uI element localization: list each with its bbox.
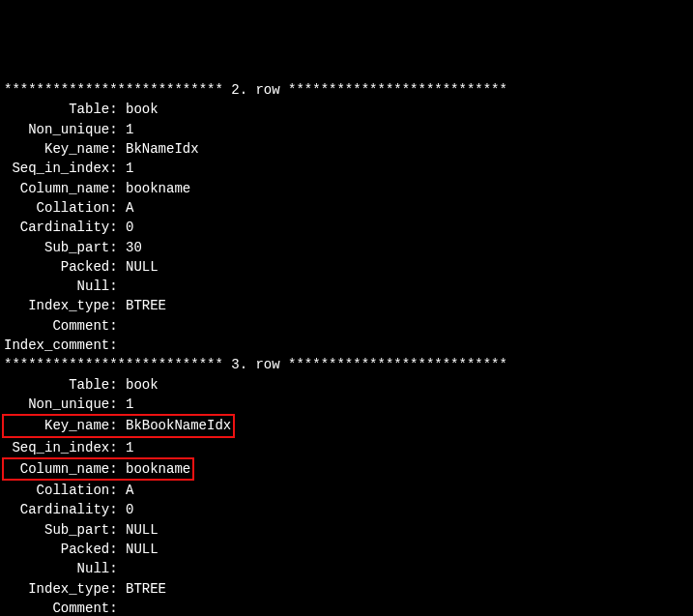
field-separator: : (109, 316, 126, 336)
field-line: Index_type: BTREE (4, 579, 693, 599)
field-label: Key_name (4, 139, 109, 159)
field-separator: : (109, 481, 126, 500)
field-line: Index_type: BTREE (4, 296, 693, 315)
field-separator: : (109, 416, 126, 435)
field-label: Sub_part (4, 238, 109, 257)
field-separator: : (109, 218, 126, 237)
field-line: Non_unique: 1 (4, 120, 693, 139)
field-line: Packed: NULL (4, 257, 693, 277)
field-separator: : (109, 520, 126, 540)
field-line: Cardinality: 0 (4, 500, 693, 519)
field-line: Column_name: bookname (4, 457, 693, 481)
field-value: 1 (126, 120, 133, 139)
field-label: Index_type (4, 296, 109, 315)
field-value: 1 (126, 395, 133, 414)
field-line: Column_name: bookname (4, 179, 693, 198)
field-separator: : (109, 459, 126, 479)
field-separator: : (109, 375, 126, 395)
field-label: Packed (4, 540, 109, 559)
terminal-output: *************************** 2. row *****… (4, 80, 693, 616)
field-separator: : (109, 238, 126, 257)
field-value: book (126, 375, 159, 395)
field-value: 30 (126, 238, 142, 257)
field-value: BTREE (126, 296, 166, 315)
field-value: 1 (126, 159, 133, 178)
field-separator: : (109, 179, 126, 198)
field-label: Table (4, 100, 109, 119)
row-separator-stars: *************************** (4, 82, 223, 98)
field-value: NULL (126, 540, 159, 559)
field-label: Index_comment (4, 336, 109, 355)
field-separator: : (109, 120, 126, 139)
field-line: Comment: (4, 316, 693, 336)
row-separator-stars: *************************** (288, 82, 507, 98)
field-label: Key_name (4, 416, 109, 435)
row-header-label: 3. row (223, 357, 288, 372)
field-separator: : (109, 395, 126, 414)
field-label: Column_name (4, 459, 109, 479)
field-value: 1 (126, 438, 133, 457)
field-value: bookname (126, 459, 190, 479)
field-value: 0 (126, 500, 133, 519)
field-label: Seq_in_index (4, 438, 109, 457)
field-separator: : (109, 559, 126, 578)
field-label: Cardinality (4, 500, 109, 519)
field-label: Comment (4, 599, 109, 616)
field-value: NULL (126, 257, 159, 277)
field-line: Cardinality: 0 (4, 218, 693, 237)
field-separator: : (109, 438, 126, 457)
field-label: Cardinality (4, 218, 109, 237)
field-line: Key_name: BkNameIdx (4, 139, 693, 159)
field-line: Seq_in_index: 1 (4, 159, 693, 178)
field-separator: : (109, 336, 126, 355)
field-label: Packed (4, 257, 109, 277)
field-line: Non_unique: 1 (4, 395, 693, 414)
field-line: Collation: A (4, 198, 693, 218)
row-header-label: 2. row (223, 82, 288, 98)
field-label: Comment (4, 316, 109, 336)
highlight-box: Key_name: BkBookNameIdx (2, 414, 235, 437)
field-separator: : (109, 198, 126, 218)
field-separator: : (109, 540, 126, 559)
field-label: Null (4, 559, 109, 578)
highlight-box: Column_name: bookname (2, 457, 194, 481)
field-separator: : (109, 100, 126, 119)
field-line: Key_name: BkBookNameIdx (4, 414, 693, 437)
field-label: Index_type (4, 579, 109, 599)
field-separator: : (109, 599, 126, 616)
field-value: 0 (126, 218, 133, 237)
field-separator: : (109, 139, 126, 159)
field-line: Sub_part: NULL (4, 520, 693, 540)
field-label: Seq_in_index (4, 159, 109, 178)
field-line: Null: (4, 277, 693, 296)
field-separator: : (109, 277, 126, 296)
row-header: *************************** 2. row *****… (4, 80, 693, 100)
row-separator-stars: *************************** (288, 357, 507, 372)
field-line: Comment: (4, 599, 693, 616)
field-value: bookname (126, 179, 190, 198)
field-line: Index_comment: (4, 336, 693, 355)
field-line: Sub_part: 30 (4, 238, 693, 257)
field-value: NULL (126, 520, 159, 540)
field-line: Collation: A (4, 481, 693, 500)
row-header: *************************** 3. row *****… (4, 355, 693, 374)
field-label: Sub_part (4, 520, 109, 540)
field-line: Null: (4, 559, 693, 578)
field-value: BkNameIdx (126, 139, 199, 159)
field-line: Seq_in_index: 1 (4, 438, 693, 457)
field-label: Collation (4, 198, 109, 218)
field-line: Packed: NULL (4, 540, 693, 559)
field-line: Table: book (4, 375, 693, 395)
field-label: Column_name (4, 179, 109, 198)
field-line: Table: book (4, 100, 693, 119)
field-separator: : (109, 579, 126, 599)
field-separator: : (109, 257, 126, 277)
field-value: BTREE (126, 579, 166, 599)
field-separator: : (109, 500, 126, 519)
field-label: Null (4, 277, 109, 296)
field-value: A (126, 481, 133, 500)
field-value: BkBookNameIdx (126, 416, 231, 435)
field-label: Collation (4, 481, 109, 500)
field-value: book (126, 100, 159, 119)
field-label: Table (4, 375, 109, 395)
